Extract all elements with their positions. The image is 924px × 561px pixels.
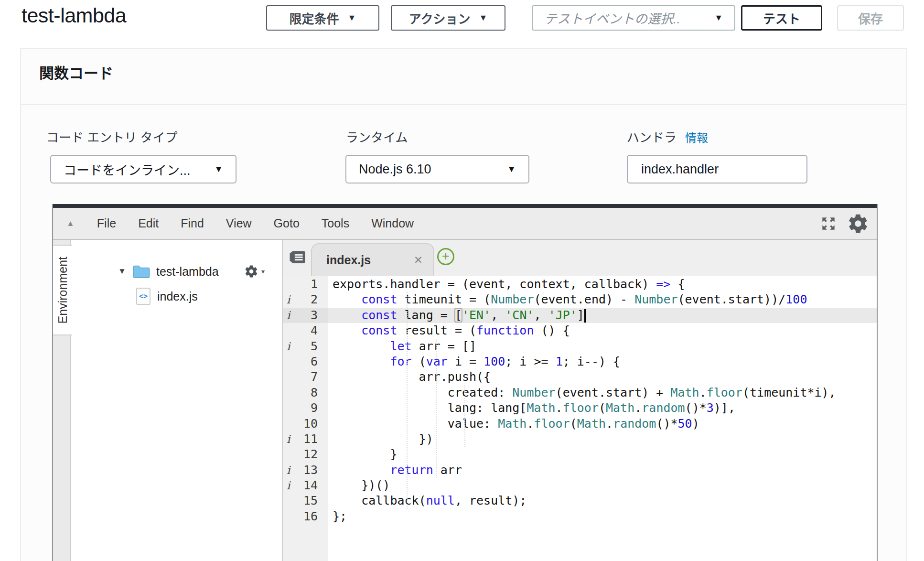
gutter-line-1[interactable]: 1 <box>283 277 328 292</box>
code-entry-type-value: コードをインライン... <box>64 160 191 179</box>
panel-divider <box>21 104 906 105</box>
gutter-line-2[interactable]: i2 <box>283 292 328 307</box>
qualifiers-button[interactable]: 限定条件 ▼ <box>266 5 379 31</box>
code-line-6[interactable]: for (var i = 100; i >= 1; i--) { <box>328 354 877 369</box>
chevron-down-icon: ▼ <box>507 164 516 174</box>
code-area[interactable]: 1i2i34i5678910i1112i13i141516 exports.ha… <box>283 276 877 561</box>
page-title: test-lambda <box>21 4 126 27</box>
code-editor: ▲ FileEditFindViewGotoToolsWindow Enviro… <box>52 204 878 561</box>
editor-body: Environment ▼ test-lambda ▾ <box>53 240 877 561</box>
close-icon[interactable]: ✕ <box>414 254 423 267</box>
handler-label: ハンドラ <box>627 128 677 145</box>
line-number-gutter: 1i2i34i5678910i1112i13i141516 <box>283 276 328 561</box>
menu-item-file[interactable]: File <box>86 216 127 230</box>
fullscreen-icon[interactable] <box>819 215 838 233</box>
gutter-line-3[interactable]: i3 <box>283 308 328 323</box>
settings-gear-icon[interactable] <box>847 213 869 235</box>
header: test-lambda 限定条件 ▼ アクション ▼ テストイベントの選択.. … <box>0 0 924 41</box>
code-lines: exports.handler = (event, context, callb… <box>328 276 877 561</box>
info-annotation-icon: i <box>287 432 290 447</box>
menu-item-tools[interactable]: Tools <box>311 216 360 230</box>
code-line-9[interactable]: lang: lang[Math.floor(Math.random()*3)], <box>328 400 877 416</box>
code-line-16[interactable]: }; <box>328 509 877 524</box>
chevron-down-icon: ▼ <box>214 164 223 174</box>
code-line-4[interactable]: const result = (function () { <box>328 323 877 338</box>
indent-guide <box>436 339 437 478</box>
indent-guide <box>464 385 465 447</box>
save-button[interactable]: 保存 <box>837 5 904 31</box>
text-cursor <box>584 309 586 323</box>
tab-index-js[interactable]: index.js ✕ <box>311 243 434 276</box>
tree-folder-label: test-lambda <box>156 265 219 279</box>
code-line-3[interactable]: const lang = ['EN', 'CN', 'JP'] <box>328 308 877 323</box>
code-line-15[interactable]: callback(null, result); <box>328 493 877 508</box>
environment-tab-label: Environment <box>56 257 70 324</box>
environment-tab[interactable]: Environment <box>53 245 72 335</box>
gutter-line-14[interactable]: i14 <box>283 478 328 493</box>
code-line-12[interactable]: } <box>328 447 877 462</box>
handler-input[interactable] <box>640 162 794 177</box>
gutter-line-7[interactable]: 7 <box>283 369 328 385</box>
editor-menu: FileEditFindViewGotoToolsWindow <box>86 216 425 230</box>
editor-top-border <box>53 204 877 208</box>
sidebar-strip: Environment <box>53 240 71 561</box>
code-line-2[interactable]: const timeunit = (Number(event.end) - Nu… <box>328 292 877 307</box>
gutter-line-9[interactable]: 9 <box>283 400 328 416</box>
collapse-menu-icon[interactable]: ▲ <box>66 219 75 228</box>
gutter-line-6[interactable]: 6 <box>283 354 328 369</box>
info-annotation-icon: i <box>287 308 290 323</box>
handler-info-link[interactable]: 情報 <box>685 129 708 145</box>
menu-item-window[interactable]: Window <box>360 216 425 230</box>
code-line-1[interactable]: exports.handler = (event, context, callb… <box>328 277 877 292</box>
code-entry-type-label: コード エントリ タイプ <box>46 128 177 145</box>
code-line-8[interactable]: created: Number(event.start) + Math.floo… <box>328 385 877 400</box>
runtime-dropdown[interactable]: Node.js 6.10 ▼ <box>345 155 529 183</box>
handler-field-wrap <box>627 155 807 183</box>
info-annotation-icon: i <box>287 478 290 493</box>
qualifiers-button-label: 限定条件 <box>290 9 339 27</box>
gutter-line-11[interactable]: i11 <box>283 432 328 447</box>
code-line-14[interactable]: })() <box>328 478 877 493</box>
menu-item-find[interactable]: Find <box>170 216 215 230</box>
file-tree-panel: ▼ test-lambda ▾ <> index.js <box>72 240 283 561</box>
tree-settings-gear-icon[interactable]: ▾ <box>244 264 265 279</box>
editor-main: index.js ✕ + 1i2i34i5678910i1112i13i1415… <box>283 240 877 561</box>
test-event-select-placeholder: テストイベントの選択.. <box>544 9 680 27</box>
menu-item-edit[interactable]: Edit <box>127 216 170 230</box>
open-files-list-icon[interactable] <box>289 249 306 265</box>
code-entry-type-dropdown[interactable]: コードをインライン... ▼ <box>50 155 236 183</box>
test-event-select[interactable]: テストイベントの選択.. ▼ <box>532 5 735 31</box>
test-button[interactable]: テスト <box>741 5 822 31</box>
gutter-line-8[interactable]: 8 <box>283 385 328 400</box>
panel-title: 関数コード <box>39 61 113 83</box>
gutter-line-5[interactable]: i5 <box>283 339 328 354</box>
code-line-5[interactable]: let arr = [] <box>328 339 877 354</box>
indent-guide <box>407 292 408 509</box>
code-line-11[interactable]: }) <box>328 432 877 447</box>
gutter-line-15[interactable]: 15 <box>283 493 328 508</box>
gutter-line-10[interactable]: 10 <box>283 416 328 432</box>
gutter-line-4[interactable]: 4 <box>283 323 328 338</box>
menu-item-goto[interactable]: Goto <box>263 216 311 230</box>
code-line-7[interactable]: arr.push({ <box>328 369 877 385</box>
gutter-line-13[interactable]: i13 <box>283 463 328 478</box>
code-line-13[interactable]: return arr <box>328 463 877 478</box>
gutter-line-16[interactable]: 16 <box>283 509 328 524</box>
tree-file-label: index.js <box>157 290 198 303</box>
new-tab-plus-icon[interactable]: + <box>437 248 454 265</box>
tree-item-folder[interactable]: ▼ test-lambda ▾ <box>72 259 282 284</box>
actions-button[interactable]: アクション ▼ <box>391 5 505 31</box>
chevron-down-icon: ▼ <box>348 13 356 23</box>
folder-icon <box>132 264 150 279</box>
code-line-10[interactable]: value: Math.floor(Math.random()*50) <box>328 416 877 432</box>
function-code-panel: 関数コード コード エントリ タイプ ランタイム ハンドラ 情報 コードをインラ… <box>20 48 907 561</box>
gutter-line-12[interactable]: 12 <box>283 447 328 462</box>
info-annotation-icon: i <box>287 463 290 478</box>
tree-item-file[interactable]: <> index.js <box>72 284 282 309</box>
chevron-down-icon: ▼ <box>714 13 723 23</box>
menu-item-view[interactable]: View <box>215 216 263 230</box>
editor-tabbar: index.js ✕ + <box>283 240 877 276</box>
folder-expand-caret-icon[interactable]: ▼ <box>118 267 126 276</box>
info-annotation-icon: i <box>287 339 290 354</box>
info-annotation-icon: i <box>287 292 290 307</box>
